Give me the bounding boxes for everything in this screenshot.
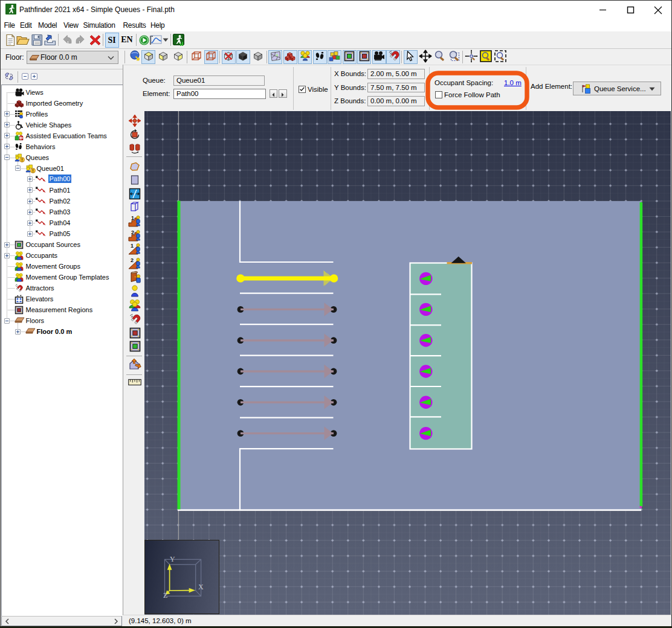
svg-text:X: X	[198, 583, 204, 591]
svg-text:1: 1	[131, 215, 134, 221]
svg-text:1: 1	[131, 243, 134, 249]
svg-text:2: 2	[131, 229, 134, 236]
svg-text:Z: Z	[163, 591, 167, 600]
svg-text:Y: Y	[170, 555, 175, 563]
svg-text:2: 2	[131, 257, 134, 263]
